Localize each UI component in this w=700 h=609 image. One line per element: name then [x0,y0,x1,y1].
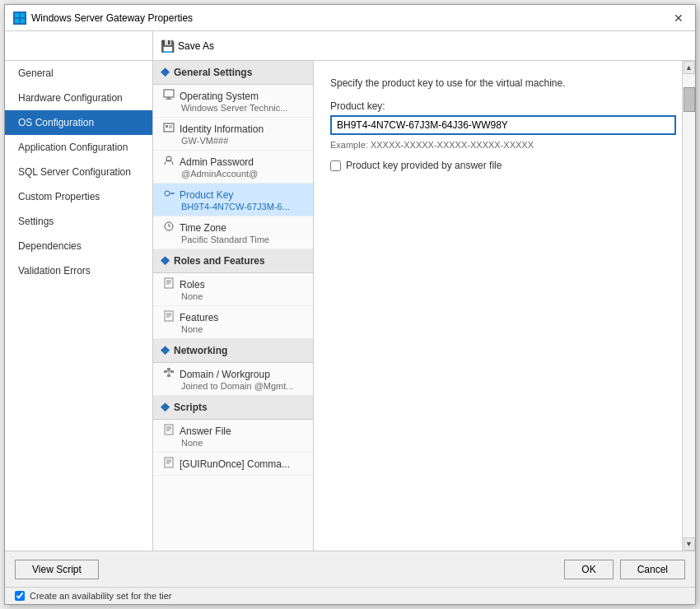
scroll-down-arrow[interactable]: ▼ [684,537,695,551]
answer-file-checkbox-label: Product key provided by answer file [346,160,502,171]
os-icon [163,89,175,103]
left-nav: General Hardware Configuration OS Config… [5,61,153,551]
tree-item-os[interactable]: Operating System Windows Server Technic.… [153,85,313,118]
product-key-sub: BH9T4-4N7CW-67J3M-6... [181,202,306,212]
nav-item-validation[interactable]: Validation Errors [5,258,152,283]
nav-item-dependencies[interactable]: Dependencies [5,234,152,258]
product-key-label: Product key: [330,100,665,112]
timezone-sub: Pacific Standard Time [181,235,306,244]
save-icon: 💾 [161,40,175,53]
tree-item-product-key[interactable]: Product Key BH9T4-4N7CW-67J3M-6... [153,184,313,216]
section-roles-features: ❖ Roles and Features [153,249,313,273]
close-button[interactable]: ✕ [670,10,687,26]
tree-item-domain[interactable]: Domain / Workgroup Joined to Domain @Mgm… [153,363,313,396]
tree-item-roles[interactable]: Roles None [153,273,313,306]
nav-item-app-config[interactable]: Application Configuration [5,135,152,160]
section-general-settings: ❖ General Settings [153,61,313,85]
identity-icon [163,122,175,136]
svg-rect-1 [21,13,25,17]
tree-item-timezone[interactable]: Time Zone Pacific Standard Time [153,216,313,249]
scroll-thumb[interactable] [684,87,695,112]
svg-rect-23 [165,311,173,321]
tree-item-identity[interactable]: Identity Information GW-VM### [153,118,313,151]
svg-rect-28 [167,368,170,370]
middle-panel: ❖ General Settings Operating System Wind… [153,61,314,551]
answer-file-checkbox-row: Product key provided by answer file [330,160,665,171]
app-icon [13,12,26,25]
domain-icon [163,367,175,381]
panel-description: Specify the product key to use for the v… [330,77,665,89]
svg-point-12 [165,191,170,196]
svg-rect-38 [165,458,173,467]
section-scripts: ❖ Scripts [153,396,313,420]
nav-item-hardware[interactable]: Hardware Configuration [5,86,152,110]
tree-item-answer-file[interactable]: Answer File None [153,420,313,453]
example-text: Example: XXXXX-XXXXX-XXXXX-XXXXX-XXXXX [330,140,665,150]
collapse-icon-roles[interactable]: ❖ [160,254,170,267]
nav-item-settings[interactable]: Settings [5,209,152,234]
timezone-icon [163,221,175,235]
availability-text: Create an availability set for the tier [30,591,171,601]
scroll-up-arrow[interactable]: ▲ [684,61,695,74]
collapse-icon-general[interactable]: ❖ [160,66,170,79]
svg-rect-5 [167,97,170,99]
cancel-button[interactable]: Cancel [620,560,685,579]
save-as-button[interactable]: 💾 Save As [153,36,222,56]
svg-rect-34 [165,425,173,435]
main-content: General Hardware Configuration OS Config… [5,61,695,551]
os-sub: Windows Server Technic... [181,103,306,113]
tree-item-admin[interactable]: Admin Password @AdminAccount@ [153,151,313,184]
svg-rect-19 [165,278,173,288]
admin-icon [163,155,175,169]
nav-item-sql-config[interactable]: SQL Server Configuration [5,160,152,184]
collapse-icon-scripts[interactable]: ❖ [160,401,170,414]
bottom-bar: View Script OK Cancel [5,551,695,587]
tree-item-features[interactable]: Features None [153,306,313,339]
dialog-title: Windows Server Gateway Properties [31,12,193,24]
svg-rect-30 [167,374,170,377]
availability-bar: Create an availability set for the tier [5,587,695,604]
svg-rect-4 [164,90,174,97]
identity-sub: GW-VM### [181,136,306,146]
dialog-window: Windows Server Gateway Properties ✕ 💾 Sa… [4,4,696,605]
features-icon [163,310,175,324]
tree-item-guirunonce[interactable]: [GUIRunOnce] Comma... [153,453,313,476]
svg-rect-3 [21,19,25,23]
svg-rect-6 [166,99,172,100]
title-bar: Windows Server Gateway Properties ✕ [5,5,695,31]
product-key-answer-checkbox[interactable] [330,160,341,171]
ok-button[interactable]: OK [564,560,613,579]
availability-checkbox[interactable] [15,591,25,601]
nav-item-general[interactable]: General [5,61,152,86]
admin-sub: @AdminAccount@ [181,169,306,179]
roles-icon [163,277,175,291]
product-key-icon [163,188,175,202]
nav-item-custom[interactable]: Custom Properties [5,184,152,209]
svg-rect-2 [15,19,19,23]
right-scrollbar[interactable]: ▲ ▼ [682,61,695,551]
view-script-button[interactable]: View Script [15,560,99,579]
nav-item-os-config[interactable]: OS Configuration [5,110,152,135]
guirunonce-icon [163,457,175,471]
svg-rect-8 [166,125,168,128]
right-panel: Specify the product key to use for the v… [314,61,682,551]
answer-file-icon [163,424,175,438]
collapse-icon-networking[interactable]: ❖ [160,344,170,357]
svg-rect-0 [15,13,19,17]
product-key-input[interactable] [330,115,676,135]
section-networking: ❖ Networking [153,339,313,363]
